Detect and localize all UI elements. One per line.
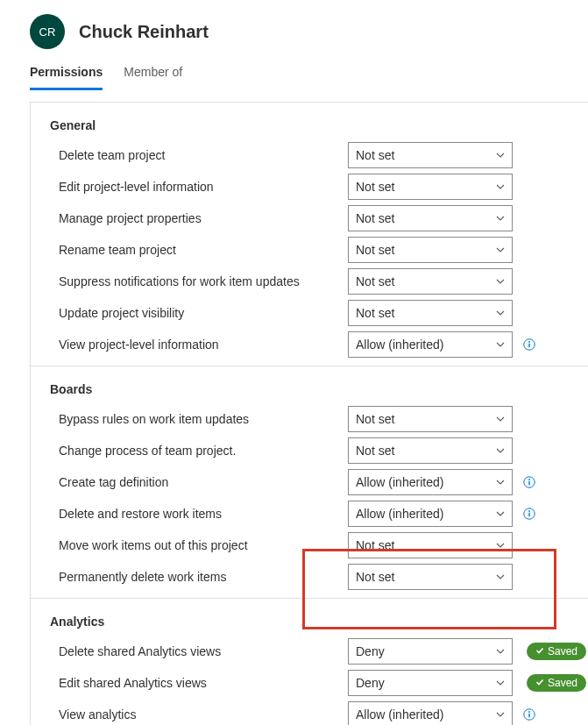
permission-select-value: Allow (inherited) — [356, 475, 443, 489]
permission-row: View analyticsAllow (inherited) — [31, 699, 588, 725]
permission-label: Move work items out of this project — [59, 538, 348, 552]
permission-row: Edit shared Analytics viewsDenySaved — [31, 667, 588, 699]
permission-select-value: Not set — [356, 243, 394, 257]
permission-row: Delete shared Analytics viewsDenySaved — [31, 636, 588, 667]
permission-select-value: Deny — [356, 644, 385, 658]
section-title: Boards — [31, 370, 588, 403]
permission-select-wrap: Not set — [348, 142, 513, 168]
info-icon[interactable] — [523, 338, 535, 351]
permission-label: Delete team project — [59, 148, 348, 162]
check-icon — [535, 645, 544, 657]
permission-label: Manage project properties — [59, 211, 348, 225]
permission-label: View analytics — [59, 707, 348, 721]
section-title: General — [31, 106, 588, 139]
permission-select-value: Not set — [356, 412, 394, 426]
permission-select-wrap: Not set — [348, 268, 513, 295]
avatar: CR — [30, 14, 65, 49]
permission-row: Permanently delete work itemsNot set — [31, 561, 588, 593]
permission-select-value: Allow (inherited) — [356, 507, 443, 521]
permission-row: Change process of team project.Not set — [31, 435, 588, 466]
permission-select-value: Not set — [356, 148, 394, 162]
saved-label: Saved — [548, 645, 577, 657]
permission-row: Rename team projectNot set — [31, 234, 588, 266]
permission-select[interactable]: Not set — [348, 564, 513, 590]
permission-select[interactable]: Not set — [348, 300, 513, 326]
section: BoardsBypass rules on work item updatesN… — [31, 366, 588, 599]
permission-select[interactable]: Not set — [348, 437, 513, 464]
permission-label: Permanently delete work items — [59, 570, 348, 584]
svg-point-1 — [528, 341, 530, 343]
permission-row: Delete team projectNot set — [31, 139, 588, 171]
permission-row: Create tag definitionAllow (inherited) — [31, 466, 588, 498]
permission-select-value: Not set — [356, 570, 394, 584]
permission-label: Change process of team project. — [59, 444, 348, 458]
permission-select-wrap: Allow (inherited) — [348, 701, 513, 725]
permission-label: Edit shared Analytics views — [59, 676, 348, 690]
permission-row: View project-level informationAllow (inh… — [31, 329, 588, 360]
saved-badge: Saved — [527, 643, 586, 660]
tabs: Permissions Member of — [0, 56, 588, 91]
info-icon[interactable] — [523, 476, 535, 488]
permission-select-wrap: Not set — [348, 532, 513, 558]
permission-select[interactable]: Not set — [348, 532, 513, 558]
permission-select[interactable]: Not set — [348, 237, 513, 263]
permission-select-wrap: Deny — [348, 670, 513, 696]
permission-select[interactable]: Not set — [348, 406, 513, 432]
svg-point-4 — [528, 479, 530, 480]
permission-row: Delete and restore work itemsAllow (inhe… — [31, 498, 588, 530]
permission-label: Create tag definition — [59, 475, 348, 489]
permission-row: Edit project-level informationNot set — [31, 171, 588, 203]
permission-select-value: Allow (inherited) — [356, 707, 443, 721]
permission-select-wrap: Not set — [348, 174, 513, 200]
avatar-initials: CR — [39, 25, 56, 39]
permission-row: Move work items out of this projectNot s… — [31, 530, 588, 561]
permission-row: Suppress notifications for work item upd… — [31, 266, 588, 297]
permission-select[interactable]: Not set — [348, 174, 513, 200]
permission-select[interactable]: Deny — [348, 670, 513, 696]
permission-select[interactable]: Allow (inherited) — [348, 469, 513, 495]
info-icon[interactable] — [523, 708, 535, 721]
permission-select-value: Not set — [356, 444, 394, 458]
permission-label: Delete and restore work items — [59, 507, 348, 521]
permission-select-wrap: Not set — [348, 437, 513, 464]
svg-rect-2 — [528, 344, 529, 348]
tab-permissions[interactable]: Permissions — [30, 56, 103, 90]
permission-label: Suppress notifications for work item upd… — [59, 274, 348, 288]
permission-select-value: Allow (inherited) — [356, 338, 443, 352]
permission-label: Bypass rules on work item updates — [59, 412, 348, 426]
permission-select[interactable]: Allow (inherited) — [348, 501, 513, 527]
permission-select-value: Not set — [356, 180, 394, 194]
permission-select-wrap: Allow (inherited) — [348, 331, 513, 358]
permission-select-wrap: Allow (inherited) — [348, 501, 513, 527]
permission-row: Update project visibilityNot set — [31, 297, 588, 329]
saved-label: Saved — [548, 677, 577, 689]
section-title: Analytics — [31, 602, 588, 636]
permission-select[interactable]: Not set — [348, 142, 513, 168]
permission-label: Delete shared Analytics views — [59, 644, 348, 658]
permission-select[interactable]: Deny — [348, 638, 513, 665]
info-icon[interactable] — [523, 508, 535, 520]
permission-row: Bypass rules on work item updatesNot set — [31, 403, 588, 435]
permission-label: Update project visibility — [59, 306, 348, 320]
permission-select-wrap: Not set — [348, 564, 513, 590]
section: AnalyticsDelete shared Analytics viewsDe… — [31, 599, 588, 725]
section: GeneralDelete team projectNot setEdit pr… — [31, 103, 588, 366]
svg-rect-8 — [528, 513, 529, 517]
permission-select-value: Deny — [356, 676, 385, 690]
user-header: CR Chuck Reinhart — [0, 0, 588, 56]
saved-badge: Saved — [527, 674, 586, 692]
permission-select[interactable]: Not set — [348, 268, 513, 295]
permissions-panel: GeneralDelete team projectNot setEdit pr… — [30, 102, 588, 725]
tab-member-of[interactable]: Member of — [124, 56, 182, 90]
permission-select[interactable]: Allow (inherited) — [348, 331, 513, 358]
page-title: Chuck Reinhart — [79, 22, 209, 42]
permission-select-value: Not set — [356, 211, 394, 225]
permission-select-wrap: Allow (inherited) — [348, 469, 513, 495]
permission-select-wrap: Not set — [348, 406, 513, 432]
permission-row: Manage project propertiesNot set — [31, 203, 588, 234]
permission-label: Rename team project — [59, 243, 348, 257]
permission-label: Edit project-level information — [59, 180, 348, 194]
permission-select-wrap: Not set — [348, 237, 513, 263]
permission-select[interactable]: Not set — [348, 205, 513, 231]
permission-select[interactable]: Allow (inherited) — [348, 701, 513, 725]
